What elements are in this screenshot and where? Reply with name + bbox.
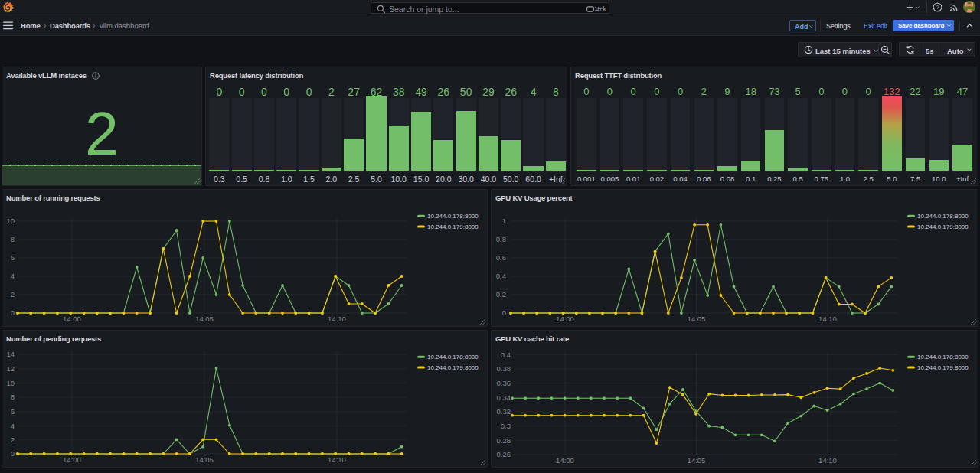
svg-text:0.34: 0.34 bbox=[497, 393, 511, 402]
svg-text:14:05: 14:05 bbox=[688, 315, 706, 323]
svg-text:0: 0 bbox=[11, 308, 15, 317]
svg-text:0: 0 bbox=[11, 449, 15, 458]
svg-text:2: 2 bbox=[11, 290, 15, 298]
svg-text:0.38: 0.38 bbox=[497, 364, 511, 373]
svg-text:0.32: 0.32 bbox=[497, 407, 511, 416]
svg-text:0.28: 0.28 bbox=[497, 436, 511, 445]
svg-text:8: 8 bbox=[11, 235, 15, 243]
svg-text:2: 2 bbox=[11, 435, 15, 444]
svg-text:14:10: 14:10 bbox=[328, 315, 346, 323]
svg-text:14:00: 14:00 bbox=[556, 315, 574, 323]
svg-text:1: 1 bbox=[502, 217, 506, 225]
svg-text:10.244.0.178:8000: 10.244.0.178:8000 bbox=[917, 354, 969, 360]
svg-text:4: 4 bbox=[11, 422, 15, 430]
svg-text:14:00: 14:00 bbox=[556, 456, 574, 465]
svg-text:10.244.0.179:8000: 10.244.0.179:8000 bbox=[427, 223, 479, 230]
svg-text:10.244.0.179:8000: 10.244.0.179:8000 bbox=[427, 364, 479, 371]
svg-text:0: 0 bbox=[502, 308, 506, 317]
svg-text:0.26: 0.26 bbox=[497, 450, 511, 458]
svg-text:14:05: 14:05 bbox=[688, 456, 706, 465]
svg-text:0.4: 0.4 bbox=[496, 272, 506, 280]
svg-text:10.244.0.179:8000: 10.244.0.179:8000 bbox=[917, 364, 969, 371]
svg-text:6: 6 bbox=[11, 253, 15, 262]
svg-text:12: 12 bbox=[6, 364, 15, 373]
svg-text:0.36: 0.36 bbox=[497, 379, 511, 387]
svg-text:0.8: 0.8 bbox=[496, 235, 506, 243]
svg-text:14:00: 14:00 bbox=[63, 455, 81, 464]
svg-text:14:05: 14:05 bbox=[195, 455, 214, 464]
svg-text:10.244.0.178:8000: 10.244.0.178:8000 bbox=[427, 354, 479, 360]
svg-text:14:10: 14:10 bbox=[818, 456, 837, 465]
svg-text:14:10: 14:10 bbox=[328, 455, 346, 464]
svg-text:14:05: 14:05 bbox=[195, 315, 214, 323]
svg-text:0.4: 0.4 bbox=[501, 351, 511, 359]
svg-text:0.3: 0.3 bbox=[501, 422, 511, 430]
svg-text:14:10: 14:10 bbox=[818, 315, 837, 323]
svg-text:6: 6 bbox=[11, 407, 15, 416]
svg-text:8: 8 bbox=[11, 393, 15, 401]
svg-text:14:00: 14:00 bbox=[63, 315, 81, 323]
svg-text:10.244.0.178:8000: 10.244.0.178:8000 bbox=[917, 213, 969, 220]
svg-text:10.244.0.179:8000: 10.244.0.179:8000 bbox=[917, 223, 969, 230]
svg-text:10: 10 bbox=[6, 217, 15, 225]
svg-text:10.244.0.178:8000: 10.244.0.178:8000 bbox=[427, 213, 479, 220]
svg-text:4: 4 bbox=[11, 272, 15, 280]
svg-text:?: ? bbox=[936, 4, 939, 11]
svg-text:10: 10 bbox=[6, 379, 15, 387]
svg-text:0.6: 0.6 bbox=[496, 253, 506, 262]
svg-text:14: 14 bbox=[6, 350, 15, 358]
svg-text:0.2: 0.2 bbox=[496, 290, 506, 298]
